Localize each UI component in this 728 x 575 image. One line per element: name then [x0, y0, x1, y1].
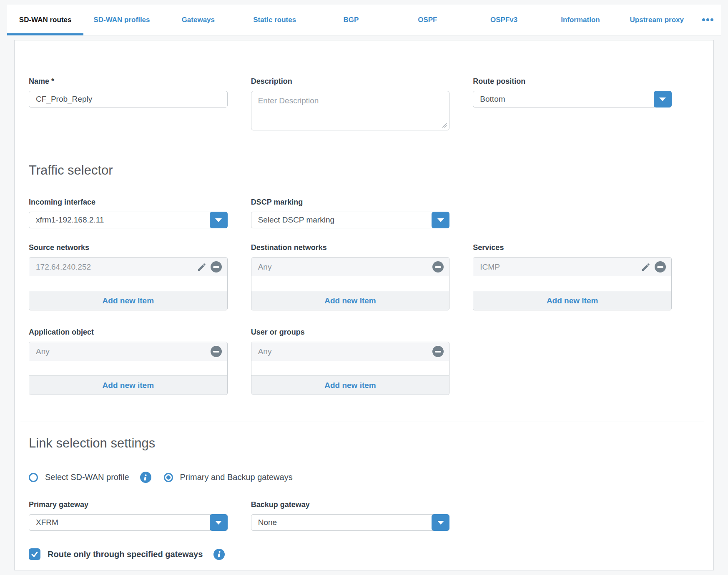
chevron-down-icon[interactable]	[432, 514, 449, 531]
backup-gateway-field-group: Backup gateway None	[251, 500, 450, 531]
radio-select-sdwan-profile-label: Select SD-WAN profile	[45, 472, 129, 482]
resize-grip-icon[interactable]	[442, 122, 447, 128]
add-new-item-button[interactable]: Add new item	[251, 375, 449, 395]
incoming-interface-label: Incoming interface	[29, 198, 228, 206]
add-new-item-button[interactable]: Add new item	[251, 291, 449, 310]
list-item: ICMP	[473, 258, 671, 276]
remove-minus-icon[interactable]	[432, 261, 444, 272]
chevron-down-icon[interactable]	[654, 91, 672, 108]
source-networks-listbox: 172.64.240.252 Add new item	[29, 257, 228, 310]
tab-sd-wan-routes[interactable]: SD-WAN routes	[7, 5, 83, 35]
services-label: Services	[473, 243, 672, 252]
tab-static-routes[interactable]: Static routes	[236, 5, 313, 35]
edit-pencil-icon[interactable]	[197, 262, 207, 272]
radio-select-sdwan-profile[interactable]	[29, 473, 38, 482]
incoming-interface-field-group: Incoming interface xfrm1-192.168.2.11	[29, 198, 228, 228]
info-icon[interactable]	[140, 472, 151, 483]
list-item: Any	[251, 258, 449, 276]
list-item: Any	[251, 342, 449, 361]
add-new-item-button[interactable]: Add new item	[473, 291, 671, 310]
listbox-empty-space	[251, 276, 449, 291]
user-or-groups-field-group: User or groups Any Add new item	[251, 328, 450, 395]
list-item-text: Any	[258, 347, 433, 356]
route-only-checkbox-row: Route only through specified gateways	[29, 548, 699, 560]
backup-gateway-value: None	[251, 518, 449, 527]
radio-primary-and-backup-gateways-label: Primary and Backup gateways	[180, 472, 293, 482]
tab-gateways[interactable]: Gateways	[160, 5, 236, 35]
list-item-text: Any	[36, 347, 211, 356]
listbox-empty-space	[473, 276, 671, 291]
remove-minus-icon[interactable]	[211, 346, 222, 357]
list-item: 172.64.240.252	[29, 258, 227, 276]
dscp-marking-field-group: DSCP marking Select DSCP marking	[251, 198, 450, 228]
primary-gateway-select[interactable]: XFRM	[29, 514, 228, 531]
backup-gateway-select[interactable]: None	[251, 514, 450, 531]
list-item: Any	[29, 342, 227, 361]
section-divider	[20, 422, 704, 422]
radio-primary-and-backup-gateways[interactable]	[164, 473, 173, 482]
traffic-selector-heading: Traffic selector	[29, 163, 699, 178]
destination-networks-label: Destination networks	[251, 243, 450, 252]
chevron-down-icon[interactable]	[432, 212, 449, 228]
remove-minus-icon[interactable]	[211, 261, 222, 272]
link-selection-radio-group: Select SD-WAN profile Primary and Backup…	[29, 472, 699, 483]
application-object-label: Application object	[29, 328, 228, 336]
backup-gateway-label: Backup gateway	[251, 500, 450, 509]
source-networks-field-group: Source networks 172.64.240.252 Add new i…	[29, 243, 228, 310]
listbox-empty-space	[251, 361, 449, 375]
edit-pencil-icon[interactable]	[641, 262, 651, 272]
application-object-listbox: Any Add new item	[29, 342, 228, 395]
services-field-group: Services ICMP Add new item	[473, 243, 672, 310]
route-position-label: Route position	[473, 77, 672, 85]
tab-upstream-proxy[interactable]: Upstream proxy	[619, 5, 695, 35]
tab-ospf[interactable]: OSPF	[389, 5, 466, 35]
add-new-item-button[interactable]: Add new item	[29, 375, 227, 395]
listbox-empty-space	[29, 361, 227, 375]
remove-minus-icon[interactable]	[655, 261, 666, 272]
list-item-text: 172.64.240.252	[36, 262, 197, 272]
remove-minus-icon[interactable]	[432, 346, 444, 357]
primary-gateway-label: Primary gateway	[29, 500, 228, 509]
link-selection-settings-heading: Link selection settings	[29, 436, 699, 451]
name-input[interactable]	[29, 91, 228, 108]
dscp-marking-value: Select DSCP marking	[251, 215, 449, 225]
add-new-item-button[interactable]: Add new item	[29, 291, 227, 310]
incoming-interface-value: xfrm1-192.168.2.11	[29, 215, 227, 225]
chevron-down-icon[interactable]	[210, 514, 228, 531]
route-position-select[interactable]: Bottom	[473, 91, 672, 108]
application-object-field-group: Application object Any Add new item	[29, 328, 228, 395]
tab-ospfv3[interactable]: OSPFv3	[466, 5, 542, 35]
route-position-value: Bottom	[473, 95, 671, 104]
route-only-checkbox[interactable]	[29, 548, 40, 560]
dscp-marking-select[interactable]: Select DSCP marking	[251, 212, 450, 228]
dscp-marking-label: DSCP marking	[251, 198, 450, 206]
user-or-groups-listbox: Any Add new item	[251, 342, 450, 395]
user-or-groups-label: User or groups	[251, 328, 450, 336]
primary-gateway-field-group: Primary gateway XFRM	[29, 500, 228, 531]
name-label: Name *	[29, 77, 228, 85]
list-item-text: Any	[258, 262, 433, 272]
destination-networks-field-group: Destination networks Any Add new item	[251, 243, 450, 310]
more-tabs-ellipsis-icon[interactable]	[695, 5, 721, 35]
incoming-interface-select[interactable]: xfrm1-192.168.2.11	[29, 212, 228, 228]
route-position-field-group: Route position Bottom	[473, 77, 672, 130]
description-field-group: Description	[251, 77, 450, 130]
destination-networks-listbox: Any Add new item	[251, 257, 450, 310]
source-networks-label: Source networks	[29, 243, 228, 252]
tab-bar: SD-WAN routes SD-WAN profiles Gateways S…	[7, 5, 721, 35]
section-divider	[20, 149, 704, 149]
services-listbox: ICMP Add new item	[473, 257, 672, 310]
tab-bgp[interactable]: BGP	[313, 5, 389, 35]
name-field-group: Name *	[29, 77, 228, 130]
sd-wan-route-form-card: Name * Description Route position Bottom…	[14, 40, 714, 570]
info-icon[interactable]	[213, 549, 225, 560]
description-textarea[interactable]	[251, 91, 450, 130]
chevron-down-icon[interactable]	[210, 212, 228, 228]
tab-information[interactable]: Information	[542, 5, 618, 35]
primary-gateway-value: XFRM	[29, 518, 227, 527]
listbox-empty-space	[29, 276, 227, 291]
list-item-text: ICMP	[480, 262, 641, 272]
description-label: Description	[251, 77, 450, 85]
tab-sd-wan-profiles[interactable]: SD-WAN profiles	[83, 5, 160, 35]
route-only-checkbox-label: Route only through specified gateways	[48, 550, 203, 559]
